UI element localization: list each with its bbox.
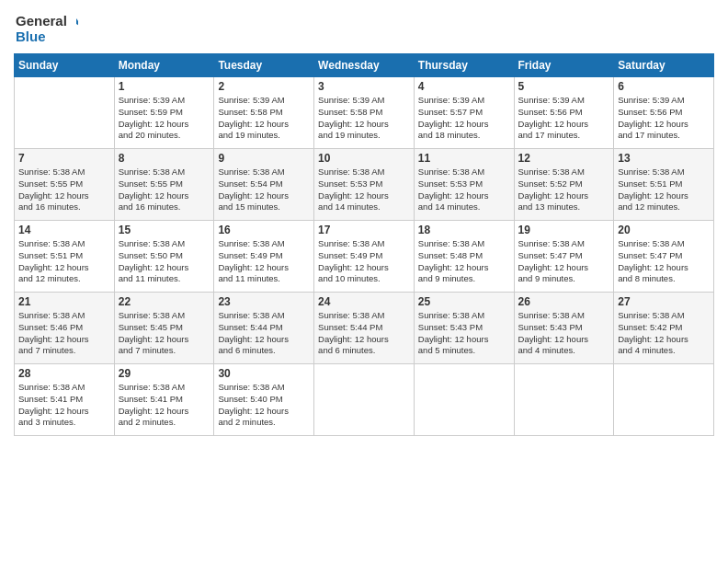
day-info: Sunrise: 5:39 AMSunset: 5:56 PMDaylight:… [618, 95, 710, 142]
calendar-cell: 3Sunrise: 5:39 AMSunset: 5:58 PMDaylight… [314, 77, 415, 149]
day-number: 4 [418, 80, 510, 93]
calendar-cell: 1Sunrise: 5:39 AMSunset: 5:59 PMDaylight… [114, 77, 214, 149]
calendar-cell: 26Sunrise: 5:38 AMSunset: 5:43 PMDayligh… [514, 293, 614, 364]
day-number: 5 [518, 80, 610, 93]
day-info: Sunrise: 5:38 AMSunset: 5:49 PMDaylight:… [218, 238, 310, 285]
day-number: 17 [318, 224, 410, 236]
calendar-cell: 9Sunrise: 5:38 AMSunset: 5:54 PMDaylight… [214, 149, 314, 221]
day-info: Sunrise: 5:38 AMSunset: 5:46 PMDaylight:… [18, 310, 110, 357]
day-info: Sunrise: 5:39 AMSunset: 5:58 PMDaylight:… [318, 95, 410, 142]
calendar-week-row: 7Sunrise: 5:38 AMSunset: 5:55 PMDaylight… [15, 149, 714, 221]
day-info: Sunrise: 5:38 AMSunset: 5:47 PMDaylight:… [618, 238, 710, 285]
day-number: 9 [218, 152, 310, 165]
day-number: 21 [18, 295, 110, 308]
weekday-header-row: SundayMondayTuesdayWednesdayThursdayFrid… [15, 54, 714, 77]
day-info: Sunrise: 5:38 AMSunset: 5:44 PMDaylight:… [318, 310, 410, 357]
day-number: 13 [618, 152, 710, 165]
calendar-cell: 15Sunrise: 5:38 AMSunset: 5:50 PMDayligh… [114, 221, 214, 293]
calendar-cell: 23Sunrise: 5:38 AMSunset: 5:44 PMDayligh… [214, 293, 314, 364]
day-number: 3 [318, 80, 410, 93]
day-number: 26 [518, 295, 610, 308]
day-number: 15 [119, 224, 210, 236]
day-info: Sunrise: 5:38 AMSunset: 5:48 PMDaylight:… [418, 238, 510, 285]
calendar-cell: 24Sunrise: 5:38 AMSunset: 5:44 PMDayligh… [314, 293, 415, 364]
day-number: 18 [418, 224, 510, 236]
calendar-cell [15, 77, 115, 149]
weekday-header-friday: Friday [514, 54, 614, 77]
calendar-cell: 7Sunrise: 5:38 AMSunset: 5:55 PMDaylight… [15, 149, 115, 221]
day-info: Sunrise: 5:39 AMSunset: 5:59 PMDaylight:… [119, 95, 210, 142]
calendar-cell: 5Sunrise: 5:39 AMSunset: 5:56 PMDaylight… [514, 77, 614, 149]
day-info: Sunrise: 5:38 AMSunset: 5:53 PMDaylight:… [318, 167, 410, 213]
day-number: 16 [218, 224, 310, 236]
day-info: Sunrise: 5:38 AMSunset: 5:52 PMDaylight:… [518, 167, 610, 213]
day-info: Sunrise: 5:38 AMSunset: 5:51 PMDaylight:… [18, 238, 110, 285]
calendar-week-row: 28Sunrise: 5:38 AMSunset: 5:41 PMDayligh… [15, 364, 714, 436]
day-number: 12 [518, 152, 610, 165]
day-number: 10 [318, 152, 410, 165]
calendar-cell: 27Sunrise: 5:38 AMSunset: 5:42 PMDayligh… [614, 293, 714, 364]
day-info: Sunrise: 5:38 AMSunset: 5:41 PMDaylight:… [18, 382, 110, 429]
day-info: Sunrise: 5:38 AMSunset: 5:51 PMDaylight:… [618, 167, 710, 213]
day-number: 14 [18, 224, 110, 236]
day-info: Sunrise: 5:38 AMSunset: 5:55 PMDaylight:… [18, 167, 110, 213]
day-info: Sunrise: 5:38 AMSunset: 5:49 PMDaylight:… [318, 238, 410, 285]
calendar-week-row: 14Sunrise: 5:38 AMSunset: 5:51 PMDayligh… [15, 221, 714, 293]
weekday-header-monday: Monday [114, 54, 214, 77]
day-info: Sunrise: 5:38 AMSunset: 5:44 PMDaylight:… [218, 310, 310, 357]
calendar-cell: 16Sunrise: 5:38 AMSunset: 5:49 PMDayligh… [214, 221, 314, 293]
calendar-cell [314, 364, 415, 436]
svg-text:General: General [16, 13, 67, 29]
day-number: 27 [618, 295, 710, 308]
day-number: 24 [318, 295, 410, 308]
weekday-header-sunday: Sunday [15, 54, 115, 77]
calendar-cell: 4Sunrise: 5:39 AMSunset: 5:57 PMDaylight… [414, 77, 514, 149]
calendar-cell: 29Sunrise: 5:38 AMSunset: 5:41 PMDayligh… [114, 364, 214, 436]
calendar-cell: 18Sunrise: 5:38 AMSunset: 5:48 PMDayligh… [414, 221, 514, 293]
calendar-cell [514, 364, 614, 436]
calendar-cell: 19Sunrise: 5:38 AMSunset: 5:47 PMDayligh… [514, 221, 614, 293]
day-number: 23 [218, 295, 310, 308]
day-number: 1 [119, 80, 210, 93]
day-info: Sunrise: 5:38 AMSunset: 5:45 PMDaylight:… [119, 310, 210, 357]
calendar-cell: 28Sunrise: 5:38 AMSunset: 5:41 PMDayligh… [15, 364, 115, 436]
day-number: 30 [218, 367, 310, 380]
day-info: Sunrise: 5:38 AMSunset: 5:55 PMDaylight:… [119, 167, 210, 213]
calendar-week-row: 1Sunrise: 5:39 AMSunset: 5:59 PMDaylight… [15, 77, 714, 149]
day-number: 11 [418, 152, 510, 165]
day-number: 2 [218, 80, 310, 93]
day-info: Sunrise: 5:38 AMSunset: 5:47 PMDaylight:… [518, 238, 610, 285]
day-info: Sunrise: 5:38 AMSunset: 5:50 PMDaylight:… [119, 238, 210, 285]
day-number: 19 [518, 224, 610, 236]
day-info: Sunrise: 5:38 AMSunset: 5:43 PMDaylight:… [418, 310, 510, 357]
day-number: 29 [119, 367, 210, 380]
weekday-header-wednesday: Wednesday [314, 54, 415, 77]
calendar-page: General Blue SundayMondayTuesdayWednesda… [0, 0, 728, 563]
day-info: Sunrise: 5:38 AMSunset: 5:53 PMDaylight:… [418, 167, 510, 213]
calendar-cell: 12Sunrise: 5:38 AMSunset: 5:52 PMDayligh… [514, 149, 614, 221]
day-number: 8 [119, 152, 210, 165]
calendar-table: SundayMondayTuesdayWednesdayThursdayFrid… [14, 53, 714, 436]
day-info: Sunrise: 5:38 AMSunset: 5:42 PMDaylight:… [618, 310, 710, 357]
day-number: 7 [18, 152, 110, 165]
calendar-cell: 20Sunrise: 5:38 AMSunset: 5:47 PMDayligh… [614, 221, 714, 293]
calendar-cell [414, 364, 514, 436]
day-info: Sunrise: 5:38 AMSunset: 5:54 PMDaylight:… [218, 167, 310, 213]
calendar-cell: 22Sunrise: 5:38 AMSunset: 5:45 PMDayligh… [114, 293, 214, 364]
calendar-cell: 6Sunrise: 5:39 AMSunset: 5:56 PMDaylight… [614, 77, 714, 149]
calendar-week-row: 21Sunrise: 5:38 AMSunset: 5:46 PMDayligh… [15, 293, 714, 364]
calendar-cell: 2Sunrise: 5:39 AMSunset: 5:58 PMDaylight… [214, 77, 314, 149]
svg-text:Blue: Blue [16, 29, 46, 44]
calendar-cell: 30Sunrise: 5:38 AMSunset: 5:40 PMDayligh… [214, 364, 314, 436]
day-number: 25 [418, 295, 510, 308]
day-info: Sunrise: 5:39 AMSunset: 5:56 PMDaylight:… [518, 95, 610, 142]
weekday-header-thursday: Thursday [414, 54, 514, 77]
calendar-cell: 17Sunrise: 5:38 AMSunset: 5:49 PMDayligh… [314, 221, 415, 293]
calendar-cell: 13Sunrise: 5:38 AMSunset: 5:51 PMDayligh… [614, 149, 714, 221]
calendar-cell: 14Sunrise: 5:38 AMSunset: 5:51 PMDayligh… [15, 221, 115, 293]
day-info: Sunrise: 5:38 AMSunset: 5:41 PMDaylight:… [119, 382, 210, 429]
weekday-header-saturday: Saturday [614, 54, 714, 77]
day-info: Sunrise: 5:38 AMSunset: 5:43 PMDaylight:… [518, 310, 610, 357]
page-header: General Blue [14, 9, 714, 46]
weekday-header-tuesday: Tuesday [214, 54, 314, 77]
